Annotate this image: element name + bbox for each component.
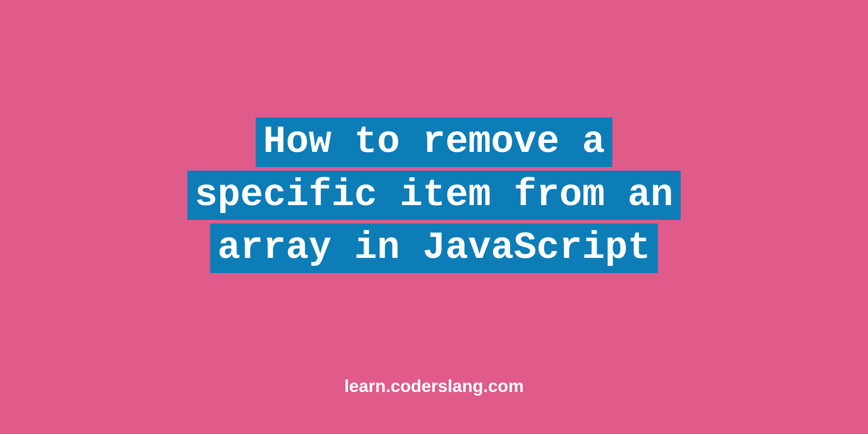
title-line-3: array in JavaScript [210, 224, 658, 273]
title-line-1: How to remove a [256, 118, 612, 167]
footer-url: learn.coderslang.com [344, 376, 524, 396]
title-container: How to remove a specific item from an ar… [187, 116, 680, 275]
title-line-2: specific item from an [187, 171, 680, 220]
